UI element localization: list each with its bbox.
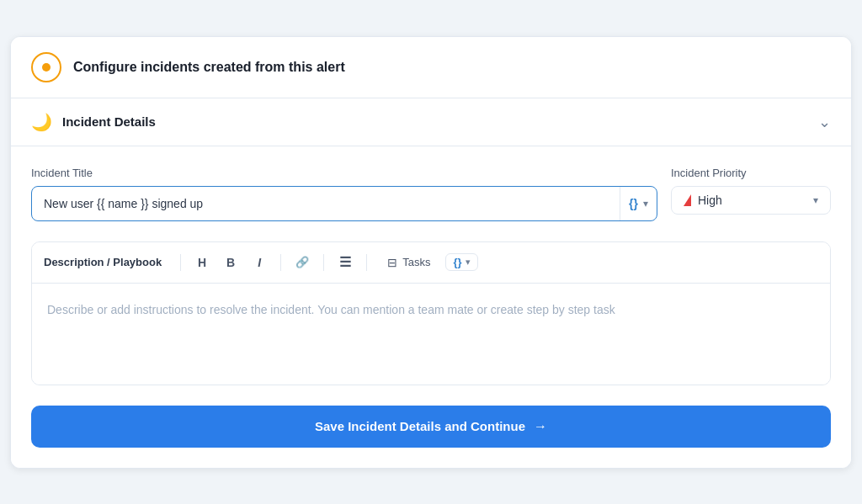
priority-dropdown[interactable]: High ▾: [671, 186, 831, 215]
alert-icon: [31, 52, 61, 82]
toolbar-divider-1: [180, 254, 181, 271]
section-title: Incident Details: [62, 114, 156, 129]
title-dropdown-arrow[interactable]: ▾: [643, 198, 648, 210]
heading-button[interactable]: H: [189, 251, 215, 274]
collapse-button[interactable]: ⌄: [818, 113, 831, 131]
italic-button[interactable]: I: [247, 251, 272, 274]
title-input[interactable]: [32, 188, 620, 219]
arrow-right-icon: →: [534, 419, 547, 434]
title-input-actions: {} ▾: [620, 187, 657, 220]
form-row: Incident Title {} ▾ Incident Priority Hi…: [31, 167, 831, 221]
save-button[interactable]: Save Incident Details and Continue →: [31, 406, 831, 448]
link-icon: 🔗: [295, 256, 309, 268]
priority-triangle-icon: [684, 194, 691, 206]
editor-curly-group[interactable]: {} ▾: [445, 253, 477, 271]
editor-curly-btn: {}: [453, 256, 461, 268]
header-title: Configure incidents created from this al…: [73, 60, 345, 75]
priority-label: Incident Priority: [671, 167, 831, 179]
priority-field-group: Incident Priority High ▾: [671, 167, 831, 215]
section-header: 🌙 Incident Details ⌄: [11, 98, 851, 146]
title-input-wrap: {} ▾: [31, 186, 657, 221]
editor-toolbar: Description / Playbook H B I 🔗 ☰ ⊟ Tasks: [32, 242, 830, 284]
tasks-icon: ⊟: [387, 256, 397, 269]
tasks-button[interactable]: ⊟ Tasks: [379, 252, 439, 273]
list-icon: ☰: [339, 254, 351, 270]
editor-body[interactable]: Describe or add instructions to resolve …: [32, 284, 830, 385]
toolbar-divider-3: [323, 254, 324, 271]
title-label: Incident Title: [31, 167, 657, 179]
save-button-label: Save Incident Details and Continue: [315, 419, 525, 433]
toolbar-divider-2: [280, 254, 281, 271]
moon-icon: 🌙: [31, 112, 52, 132]
link-button[interactable]: 🔗: [290, 251, 315, 274]
title-curly-button[interactable]: {}: [629, 197, 638, 210]
title-field-group: Incident Title {} ▾: [31, 167, 657, 221]
bold-button[interactable]: B: [218, 251, 243, 274]
list-button[interactable]: ☰: [333, 251, 358, 274]
editor-wrap: Description / Playbook H B I 🔗 ☰ ⊟ Tasks: [31, 241, 831, 385]
main-container: Configure incidents created from this al…: [10, 36, 852, 469]
main-content: Incident Title {} ▾ Incident Priority Hi…: [11, 146, 851, 468]
priority-dropdown-arrow: ▾: [813, 194, 818, 206]
editor-title: Description / Playbook: [44, 256, 162, 268]
top-header: Configure incidents created from this al…: [11, 37, 851, 98]
toolbar-divider-4: [366, 254, 367, 271]
priority-value: High: [698, 194, 722, 207]
editor-placeholder: Describe or add instructions to resolve …: [47, 303, 615, 316]
editor-curly-arrow: ▾: [466, 257, 471, 268]
